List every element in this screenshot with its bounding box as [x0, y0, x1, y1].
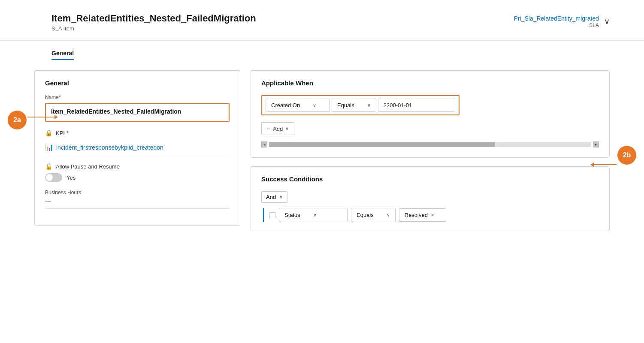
- biz-hours-label: Business Hours: [45, 190, 230, 196]
- sla-link[interactable]: Pri_Sla_RelatedEntity_migrated: [514, 15, 599, 22]
- biz-hours-field-group: Business Hours ---: [45, 190, 230, 209]
- main-content: General Name* Item_RelatedEntities_Neste…: [0, 60, 644, 241]
- success-field-chevron-icon: ∨: [313, 212, 317, 218]
- sla-label: SLA: [514, 22, 599, 28]
- kpi-label: 🔒 KPI*: [45, 129, 230, 136]
- condition-operator-label: Equals: [337, 102, 354, 108]
- right-panel: Applicable When Created On ∨ Equals ∨ 22…: [251, 70, 610, 231]
- allow-pause-label-row: 🔒 Allow Pause and Resume: [45, 163, 230, 170]
- scroll-left-arrow-icon[interactable]: ◂: [261, 141, 267, 147]
- horizontal-scrollbar[interactable]: ◂ ▸: [261, 140, 599, 149]
- arrow-2b: [591, 164, 617, 165]
- name-required-star: *: [59, 94, 61, 100]
- applicable-when-card: Applicable When Created On ∨ Equals ∨ 22…: [251, 70, 610, 158]
- kpi-link[interactable]: incident_firstresponsebykpiid_createdon: [56, 144, 163, 151]
- general-card-title: General: [45, 79, 230, 87]
- header-right: Pri_Sla_RelatedEntity_migrated SLA ∨: [514, 15, 610, 28]
- success-field-dropdown[interactable]: Status ∨: [279, 208, 348, 222]
- and-chevron-icon: ∨: [279, 194, 283, 200]
- kpi-value-row: 📊 incident_firstresponsebykpiid_createdo…: [45, 140, 230, 155]
- success-checkbox[interactable]: [269, 212, 275, 218]
- kpi-required-star: *: [67, 130, 69, 136]
- and-dropdown[interactable]: And ∨: [261, 191, 287, 203]
- success-value-remove-icon[interactable]: ×: [431, 212, 434, 218]
- page-title: Item_RelatedEntities_Nested_FailedMigrat…: [51, 13, 256, 24]
- condition-value-input[interactable]: 2200-01-01: [378, 99, 455, 112]
- condition-field-dropdown[interactable]: Created On ∨: [266, 99, 330, 112]
- toggle-label: Yes: [67, 175, 76, 181]
- kpi-lock-icon: 🔒: [45, 129, 52, 136]
- pause-lock-icon: 🔒: [45, 163, 52, 170]
- kpi-chart-icon: 📊: [45, 143, 54, 151]
- success-conditions-title: Success Conditions: [261, 175, 599, 183]
- name-field-group: Name* Item_RelatedEntities_Nested_Failed…: [45, 94, 230, 122]
- success-operator-chevron-icon: ∨: [387, 212, 390, 218]
- condition-operator-chevron-icon: ∨: [367, 102, 371, 108]
- applicable-when-title: Applicable When: [261, 79, 599, 87]
- add-button[interactable]: − Add ∨: [261, 122, 294, 135]
- success-conditions-card: Success Conditions And ∨ Status ∨ Equals…: [251, 166, 610, 231]
- general-card: General Name* Item_RelatedEntities_Neste…: [34, 70, 240, 226]
- and-label: And: [266, 194, 276, 200]
- scroll-right-arrow-icon[interactable]: ▸: [593, 141, 599, 147]
- scroll-thumb: [269, 142, 495, 147]
- allow-pause-field-group: 🔒 Allow Pause and Resume Yes: [45, 163, 230, 182]
- add-minus-icon: −: [267, 125, 270, 132]
- scroll-track[interactable]: [269, 142, 591, 147]
- success-operator-label: Equals: [357, 212, 374, 218]
- page-subtitle: SLA Item: [51, 25, 256, 32]
- blue-line-indicator: [263, 208, 264, 222]
- arrow-2a: [27, 117, 57, 117]
- left-panel: General Name* Item_RelatedEntities_Neste…: [34, 70, 240, 231]
- expand-chevron-icon[interactable]: ∨: [604, 17, 610, 26]
- toggle-row: Yes: [45, 173, 230, 182]
- applicable-condition-row: Created On ∨ Equals ∨ 2200-01-01: [261, 95, 460, 115]
- name-value[interactable]: Item_RelatedEntities_Nested_FailedMigrat…: [45, 103, 230, 122]
- success-value-tag: Resolved ×: [399, 208, 446, 222]
- success-value-label: Resolved: [405, 212, 428, 218]
- add-button-label: Add: [273, 126, 283, 132]
- success-field-label: Status: [284, 212, 300, 218]
- success-condition-row: Status ∨ Equals ∨ Resolved ×: [261, 208, 599, 222]
- page-header: Item_RelatedEntities_Nested_FailedMigrat…: [0, 0, 644, 41]
- tabs-bar: General: [0, 49, 644, 60]
- success-operator-dropdown[interactable]: Equals ∨: [351, 208, 396, 222]
- condition-field-chevron-icon: ∨: [313, 102, 316, 108]
- condition-operator-dropdown[interactable]: Equals ∨: [332, 99, 376, 112]
- tab-general[interactable]: General: [51, 50, 74, 60]
- badge-2a: 2a: [8, 111, 27, 129]
- pause-toggle[interactable]: [45, 173, 62, 182]
- header-left: Item_RelatedEntities_Nested_FailedMigrat…: [51, 13, 256, 32]
- biz-hours-value: ---: [45, 198, 230, 209]
- badge-2b: 2b: [617, 146, 636, 165]
- sla-info: Pri_Sla_RelatedEntity_migrated SLA: [514, 15, 599, 28]
- condition-field-label: Created On: [271, 102, 300, 108]
- name-label: Name*: [45, 94, 230, 100]
- kpi-field-group: 🔒 KPI* 📊 incident_firstresponsebykpiid_c…: [45, 129, 230, 155]
- add-chevron-icon: ∨: [285, 126, 289, 132]
